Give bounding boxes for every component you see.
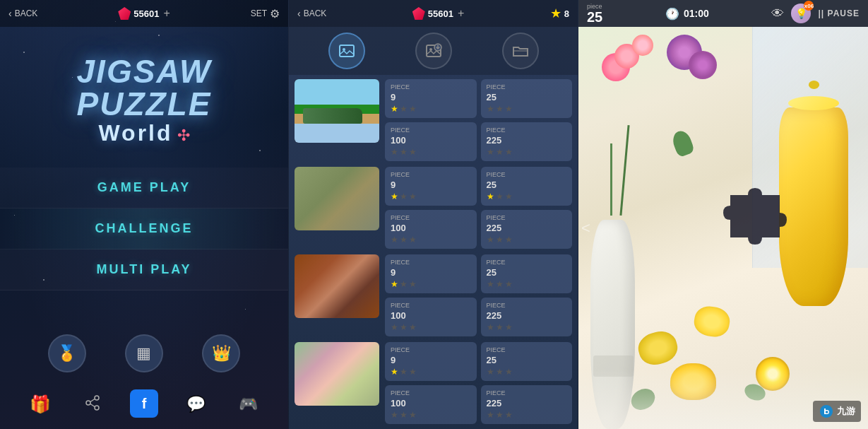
table-row: piece 9 ★ ★ ★ piece 25 ★ ★ ★ [295, 79, 572, 161]
purple-flowers [660, 27, 732, 188]
chat-button[interactable]: 💬 [181, 389, 210, 419]
multi-play-button[interactable]: MULTI PLAY [0, 249, 288, 290]
piece-option-225[interactable]: piece 225 ★ ★ ★ [481, 210, 573, 249]
download-image-icon [424, 42, 443, 60]
stars-row: ★ ★ ★ [391, 367, 471, 377]
puzzle-thumbnail-flowers[interactable] [295, 342, 379, 406]
piece-option-9[interactable]: piece 9 ★ ★ ★ [385, 79, 477, 118]
piece-option-225[interactable]: piece 225 ★ ★ ★ [481, 122, 573, 161]
star-icon: ★ [550, 6, 561, 21]
watermark: 九游 [813, 401, 861, 422]
stars-row: ★ ★ ★ [487, 192, 567, 201]
star-filled: ★ [487, 192, 494, 201]
piece-option-100[interactable]: piece 100 ★ ★ ★ [385, 122, 477, 161]
all-puzzles-tab[interactable] [328, 33, 365, 69]
add-gems-button[interactable]: + [163, 7, 170, 20]
piece-option-225[interactable]: piece 225 ★ ★ ★ [481, 385, 573, 424]
star-empty: ★ [409, 235, 417, 245]
leaderboard-button[interactable]: 👑 [202, 334, 240, 372]
missing-piece-area [723, 188, 787, 245]
achievement-button[interactable]: 🏅 [48, 334, 86, 372]
table-row: piece 9 ★ ★ ★ piece 25 ★ ★ ★ [295, 167, 572, 249]
add-gems-button[interactable]: + [458, 7, 464, 20]
star-empty: ★ [487, 235, 494, 245]
eye-button[interactable]: 👁 [771, 6, 784, 21]
pause-button[interactable]: || PAUSE [818, 8, 860, 18]
set-label: SET [251, 8, 267, 18]
settings-button[interactable]: SET ⚙ [251, 7, 280, 20]
star-empty: ★ [400, 279, 408, 289]
star-empty: ★ [496, 104, 504, 114]
piece-option-225[interactable]: piece 225 ★ ★ ★ [481, 298, 573, 336]
back-label: BACK [304, 8, 327, 18]
piece-option-9[interactable]: piece 9 ★ ★ ★ [385, 254, 477, 293]
star-empty: ★ [496, 410, 504, 420]
stars-row: ★ ★ ★ [487, 279, 567, 289]
piece-option-25[interactable]: piece 25 ★ ★ ★ [481, 342, 573, 381]
svg-line-3 [90, 399, 95, 401]
star-empty: ★ [400, 322, 408, 332]
piece-option-100[interactable]: piece 100 ★ ★ ★ [385, 385, 477, 424]
gift-button[interactable]: 🎁 [25, 389, 55, 419]
image-icon [338, 42, 356, 60]
menu-grid-button[interactable]: ▦ [125, 334, 163, 372]
panel2-header: ‹ BACK 55601 + ★ 8 [289, 0, 578, 27]
watermark-text: 九游 [837, 405, 855, 418]
logo-puzzle: PUZZLE [77, 88, 212, 120]
chevron-left-icon: < [581, 219, 590, 237]
puzzle-thumbnail-cat[interactable] [295, 167, 379, 230]
panel3-header: piece 25 🕐 01:00 👁 💡 x06 || PAUSE [578, 0, 868, 27]
star-empty: ★ [400, 367, 408, 377]
folder-tab[interactable] [502, 33, 539, 69]
puzzle-options: piece 9 ★ ★ ★ piece 25 ★ ★ ★ [385, 254, 572, 336]
piece-option-9[interactable]: piece 9 ★ ★ ★ [385, 342, 477, 381]
piece-option-100[interactable]: piece 100 ★ ★ ★ [385, 210, 477, 249]
share-button[interactable] [78, 389, 107, 419]
star-empty: ★ [409, 147, 417, 157]
facebook-button[interactable]: f [130, 389, 158, 418]
stars-row: ★ ★ ★ [487, 147, 567, 157]
svg-rect-5 [340, 45, 354, 57]
puzzle-thumbnail-beach[interactable] [295, 79, 379, 143]
piece-option-25[interactable]: piece 25 ★ ★ ★ [481, 167, 573, 206]
gem-icon [118, 7, 131, 20]
piece-counter-area: piece 25 [587, 4, 602, 24]
star-empty: ★ [409, 279, 417, 289]
svg-line-4 [90, 404, 95, 406]
star-empty: ★ [409, 410, 417, 420]
piece-option-25[interactable]: piece 25 ★ ★ ★ [481, 79, 573, 118]
stars-row: ★ ★ ★ [391, 279, 471, 289]
star-empty: ★ [505, 235, 513, 245]
svg-point-1 [86, 401, 90, 405]
panel2-back-button[interactable]: ‹ BACK [297, 8, 326, 19]
puzzle-image-area: < 九游 [578, 27, 868, 429]
star-filled: ★ [391, 279, 398, 289]
timer-display: 01:00 [684, 8, 709, 19]
puzzle-thumbnail-food[interactable] [295, 254, 379, 318]
gamepad-icon: 🎮 [239, 395, 258, 413]
downloaded-tab[interactable] [415, 33, 452, 69]
piece-option-9[interactable]: piece 9 ★ ★ ★ [385, 167, 477, 206]
panel2-gems-area: 55601 + [412, 7, 465, 20]
puzzle-list: piece 9 ★ ★ ★ piece 25 ★ ★ ★ [289, 75, 578, 429]
prev-arrow-button[interactable]: < [581, 219, 590, 237]
star-empty: ★ [409, 322, 417, 332]
piece-count: 25 [587, 10, 602, 24]
game-play-button[interactable]: GAME PLAY [0, 168, 288, 208]
piece-option-100[interactable]: piece 100 ★ ★ ★ [385, 298, 477, 336]
star-empty: ★ [487, 367, 494, 377]
star-empty: ★ [400, 410, 408, 420]
gamepad-button[interactable]: 🎮 [233, 389, 263, 419]
crown-icon: 👑 [212, 344, 231, 363]
piece-option-25[interactable]: piece 25 ★ ★ ★ [481, 254, 573, 293]
star-empty: ★ [505, 147, 513, 157]
challenge-button[interactable]: CHALLENGE [0, 208, 288, 249]
star-empty: ★ [505, 279, 513, 289]
panel1-header: ‹ BACK 55601 + SET ⚙ [0, 0, 288, 27]
stars-row: ★ ★ ★ [487, 235, 567, 245]
star-empty: ★ [400, 235, 408, 245]
hint-button[interactable]: 💡 x06 [791, 4, 811, 23]
back-button[interactable]: ‹ BACK [8, 8, 37, 19]
star-empty: ★ [505, 410, 513, 420]
stars-row: ★ ★ ★ [487, 367, 567, 377]
